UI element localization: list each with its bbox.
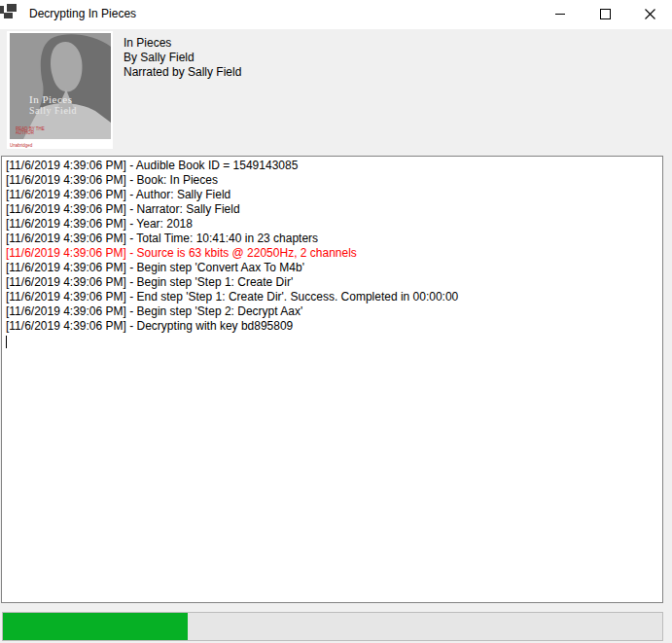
- app-icon-square: [7, 4, 17, 12]
- log-line: [11/6/2019 4:39:06 PM] - Decrypting with…: [6, 319, 658, 334]
- book-title: In Pieces: [124, 36, 241, 51]
- app-icon-square: [4, 13, 13, 18]
- progress-bar: [2, 612, 663, 641]
- cover-title-text: In Pieces: [29, 93, 73, 105]
- close-icon: [645, 6, 655, 23]
- book-narrator: Narrated by Sally Field: [124, 65, 241, 80]
- maximize-icon: [600, 6, 611, 23]
- progress-bar-fill: [3, 613, 188, 640]
- log-line: [11/6/2019 4:39:06 PM] - Source is 63 kb…: [6, 246, 658, 261]
- log-line: [11/6/2019 4:39:06 PM] - Audible Book ID…: [6, 159, 658, 173]
- log-line: [11/6/2019 4:39:06 PM] - Begin step 'Con…: [6, 261, 658, 275]
- log-line: [11/6/2019 4:39:06 PM] - Total Time: 10:…: [6, 232, 658, 246]
- cover-edition-text: Unabridged: [10, 142, 32, 147]
- log-line: [11/6/2019 4:39:06 PM] - Book: In Pieces: [6, 173, 658, 188]
- window-title: Decrypting In Pieces: [29, 7, 136, 20]
- title-bar[interactable]: Decrypting In Pieces: [0, 0, 672, 29]
- close-button[interactable]: [627, 0, 672, 29]
- log-textbox[interactable]: [11/6/2019 4:39:06 PM] - Audible Book ID…: [1, 156, 663, 603]
- log-line: [11/6/2019 4:39:06 PM] - Narrator: Sally…: [6, 202, 658, 217]
- cover-picture-box: In Pieces Sally Field READ BY THE AUTHOR…: [7, 31, 113, 149]
- log-line: [11/6/2019 4:39:06 PM] - Year: 2018: [6, 217, 658, 232]
- log-line: [11/6/2019 4:39:06 PM] - Begin step 'Ste…: [6, 275, 658, 290]
- maximize-button[interactable]: [583, 0, 627, 29]
- text-caret: [6, 336, 7, 348]
- cover-author-text: Sally Field: [29, 105, 77, 116]
- minimize-button[interactable]: [538, 0, 583, 29]
- cover-readby-text: READ BY THE AUTHOR: [16, 126, 51, 135]
- cover-photo: In Pieces Sally Field READ BY THE AUTHOR: [10, 33, 111, 139]
- book-author: By Sally Field: [124, 51, 241, 65]
- app-icon: [0, 4, 19, 22]
- log-line: [11/6/2019 4:39:06 PM] - End step 'Step …: [6, 290, 658, 304]
- log-line: [11/6/2019 4:39:06 PM] - Begin step 'Ste…: [6, 304, 658, 319]
- book-info: In Pieces By Sally Field Narrated by Sal…: [124, 36, 241, 80]
- app-window: Decrypting In Pieces: [0, 0, 672, 643]
- log-line: [11/6/2019 4:39:06 PM] - Author: Sally F…: [6, 188, 658, 202]
- minimize-icon: [555, 6, 566, 23]
- cover-portrait-art: [10, 33, 111, 139]
